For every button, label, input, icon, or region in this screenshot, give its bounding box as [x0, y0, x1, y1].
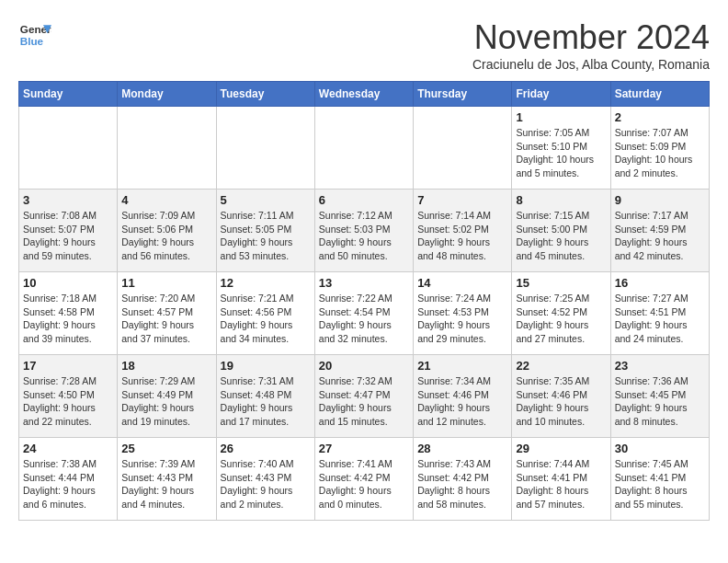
- calendar-cell: 14Sunrise: 7:24 AM Sunset: 4:53 PM Dayli…: [414, 272, 512, 355]
- calendar-cell: 28Sunrise: 7:43 AM Sunset: 4:42 PM Dayli…: [414, 438, 512, 521]
- calendar-cell: 17Sunrise: 7:28 AM Sunset: 4:50 PM Dayli…: [19, 355, 118, 438]
- calendar-cell: 10Sunrise: 7:18 AM Sunset: 4:58 PM Dayli…: [19, 272, 118, 355]
- day-number: 30: [615, 442, 705, 455]
- day-number: 29: [516, 442, 606, 455]
- calendar-table: SundayMondayTuesdayWednesdayThursdayFrid…: [18, 81, 710, 521]
- day-number: 21: [417, 359, 507, 373]
- day-number: 4: [121, 193, 211, 207]
- day-number: 18: [121, 359, 211, 373]
- day-info: Sunrise: 7:20 AM Sunset: 4:57 PM Dayligh…: [121, 292, 211, 346]
- svg-text:Blue: Blue: [20, 35, 44, 47]
- day-info: Sunrise: 7:24 AM Sunset: 4:53 PM Dayligh…: [417, 292, 507, 346]
- day-number: 1: [516, 110, 606, 124]
- calendar-cell: 23Sunrise: 7:36 AM Sunset: 4:45 PM Dayli…: [610, 355, 709, 438]
- calendar-cell: [118, 107, 216, 190]
- day-info: Sunrise: 7:39 AM Sunset: 4:43 PM Dayligh…: [121, 457, 211, 511]
- calendar-header-monday: Monday: [118, 82, 216, 107]
- calendar-cell: [314, 107, 413, 190]
- title-block: November 2024 Craciunelu de Jos, Alba Co…: [472, 18, 710, 72]
- day-number: 26: [221, 442, 311, 455]
- calendar-cell: 9Sunrise: 7:17 AM Sunset: 4:59 PM Daylig…: [610, 190, 709, 272]
- day-number: 25: [121, 442, 211, 455]
- day-number: 7: [417, 193, 507, 207]
- day-info: Sunrise: 7:17 AM Sunset: 4:59 PM Dayligh…: [615, 209, 705, 263]
- calendar-week-row: 10Sunrise: 7:18 AM Sunset: 4:58 PM Dayli…: [19, 272, 710, 355]
- calendar-header-tuesday: Tuesday: [216, 82, 314, 107]
- day-number: 15: [516, 276, 606, 290]
- calendar-cell: 18Sunrise: 7:29 AM Sunset: 4:49 PM Dayli…: [118, 355, 216, 438]
- day-number: 12: [221, 276, 311, 290]
- calendar-cell: [216, 107, 314, 190]
- day-info: Sunrise: 7:11 AM Sunset: 5:05 PM Dayligh…: [221, 209, 311, 263]
- calendar-cell: 16Sunrise: 7:27 AM Sunset: 4:51 PM Dayli…: [610, 272, 709, 355]
- day-info: Sunrise: 7:18 AM Sunset: 4:58 PM Dayligh…: [23, 292, 113, 346]
- day-number: 10: [23, 276, 113, 290]
- day-number: 3: [23, 193, 113, 207]
- calendar-week-row: 3Sunrise: 7:08 AM Sunset: 5:07 PM Daylig…: [19, 190, 710, 272]
- day-info: Sunrise: 7:07 AM Sunset: 5:09 PM Dayligh…: [615, 126, 705, 180]
- day-number: 17: [23, 359, 113, 373]
- calendar-cell: 15Sunrise: 7:25 AM Sunset: 4:52 PM Dayli…: [512, 272, 610, 355]
- calendar-week-row: 24Sunrise: 7:38 AM Sunset: 4:44 PM Dayli…: [19, 438, 710, 521]
- calendar-cell: 19Sunrise: 7:31 AM Sunset: 4:48 PM Dayli…: [216, 355, 314, 438]
- day-number: 24: [23, 442, 113, 455]
- day-info: Sunrise: 7:31 AM Sunset: 4:48 PM Dayligh…: [221, 374, 311, 429]
- day-info: Sunrise: 7:21 AM Sunset: 4:56 PM Dayligh…: [221, 292, 311, 346]
- calendar-cell: 22Sunrise: 7:35 AM Sunset: 4:46 PM Dayli…: [512, 355, 610, 438]
- day-info: Sunrise: 7:09 AM Sunset: 5:06 PM Dayligh…: [121, 209, 211, 263]
- location-subtitle: Craciunelu de Jos, Alba County, Romania: [472, 57, 710, 72]
- page-header: General Blue November 2024 Craciunelu de…: [18, 18, 710, 72]
- calendar-cell: [414, 107, 512, 190]
- calendar-cell: 26Sunrise: 7:40 AM Sunset: 4:43 PM Dayli…: [216, 438, 314, 521]
- day-info: Sunrise: 7:44 AM Sunset: 4:41 PM Dayligh…: [516, 457, 606, 511]
- logo: General Blue: [18, 18, 51, 52]
- day-number: 11: [121, 276, 211, 290]
- calendar-cell: 6Sunrise: 7:12 AM Sunset: 5:03 PM Daylig…: [314, 190, 413, 272]
- day-number: 27: [319, 442, 409, 455]
- calendar-header-row: SundayMondayTuesdayWednesdayThursdayFrid…: [19, 82, 710, 107]
- day-info: Sunrise: 7:14 AM Sunset: 5:02 PM Dayligh…: [417, 209, 507, 263]
- day-number: 19: [221, 359, 311, 373]
- calendar-cell: [19, 107, 118, 190]
- calendar-header-friday: Friday: [512, 82, 610, 107]
- calendar-cell: 2Sunrise: 7:07 AM Sunset: 5:09 PM Daylig…: [610, 107, 709, 190]
- calendar-cell: 8Sunrise: 7:15 AM Sunset: 5:00 PM Daylig…: [512, 190, 610, 272]
- calendar-cell: 24Sunrise: 7:38 AM Sunset: 4:44 PM Dayli…: [19, 438, 118, 521]
- calendar-cell: 29Sunrise: 7:44 AM Sunset: 4:41 PM Dayli…: [512, 438, 610, 521]
- day-info: Sunrise: 7:15 AM Sunset: 5:00 PM Dayligh…: [516, 209, 606, 263]
- calendar-cell: 30Sunrise: 7:45 AM Sunset: 4:41 PM Dayli…: [610, 438, 709, 521]
- day-info: Sunrise: 7:27 AM Sunset: 4:51 PM Dayligh…: [615, 292, 705, 346]
- day-info: Sunrise: 7:29 AM Sunset: 4:49 PM Dayligh…: [121, 374, 211, 429]
- calendar-header-saturday: Saturday: [610, 82, 709, 107]
- day-number: 16: [615, 276, 705, 290]
- calendar-cell: 7Sunrise: 7:14 AM Sunset: 5:02 PM Daylig…: [414, 190, 512, 272]
- calendar-cell: 11Sunrise: 7:20 AM Sunset: 4:57 PM Dayli…: [118, 272, 216, 355]
- calendar-cell: 20Sunrise: 7:32 AM Sunset: 4:47 PM Dayli…: [314, 355, 413, 438]
- calendar-cell: 13Sunrise: 7:22 AM Sunset: 4:54 PM Dayli…: [314, 272, 413, 355]
- calendar-cell: 25Sunrise: 7:39 AM Sunset: 4:43 PM Dayli…: [118, 438, 216, 521]
- day-number: 20: [319, 359, 409, 373]
- calendar-cell: 4Sunrise: 7:09 AM Sunset: 5:06 PM Daylig…: [118, 190, 216, 272]
- calendar-cell: 1Sunrise: 7:05 AM Sunset: 5:10 PM Daylig…: [512, 107, 610, 190]
- day-info: Sunrise: 7:08 AM Sunset: 5:07 PM Dayligh…: [23, 209, 113, 263]
- day-number: 2: [615, 110, 705, 124]
- day-info: Sunrise: 7:40 AM Sunset: 4:43 PM Dayligh…: [221, 457, 311, 511]
- calendar-header-wednesday: Wednesday: [314, 82, 413, 107]
- day-number: 14: [417, 276, 507, 290]
- day-info: Sunrise: 7:45 AM Sunset: 4:41 PM Dayligh…: [615, 457, 705, 511]
- day-info: Sunrise: 7:25 AM Sunset: 4:52 PM Dayligh…: [516, 292, 606, 346]
- day-number: 28: [417, 442, 507, 455]
- day-number: 6: [319, 193, 409, 207]
- day-info: Sunrise: 7:12 AM Sunset: 5:03 PM Dayligh…: [319, 209, 409, 263]
- day-info: Sunrise: 7:36 AM Sunset: 4:45 PM Dayligh…: [615, 374, 705, 429]
- logo-icon: General Blue: [18, 18, 51, 52]
- calendar-cell: 3Sunrise: 7:08 AM Sunset: 5:07 PM Daylig…: [19, 190, 118, 272]
- day-info: Sunrise: 7:35 AM Sunset: 4:46 PM Dayligh…: [516, 374, 606, 429]
- calendar-cell: 21Sunrise: 7:34 AM Sunset: 4:46 PM Dayli…: [414, 355, 512, 438]
- day-number: 5: [221, 193, 311, 207]
- day-number: 9: [615, 193, 705, 207]
- calendar-cell: 5Sunrise: 7:11 AM Sunset: 5:05 PM Daylig…: [216, 190, 314, 272]
- day-info: Sunrise: 7:43 AM Sunset: 4:42 PM Dayligh…: [417, 457, 507, 511]
- day-number: 13: [319, 276, 409, 290]
- month-title: November 2024: [472, 18, 710, 57]
